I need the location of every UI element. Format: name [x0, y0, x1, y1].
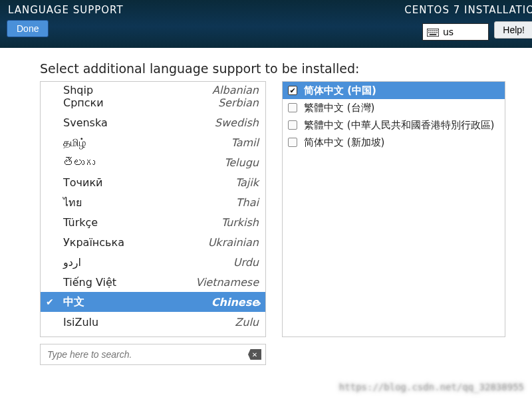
language-native-label: Türkçe	[63, 216, 221, 229]
language-english-label: Swedish	[215, 116, 259, 129]
content-area: Select additional language support to be…	[0, 48, 532, 365]
language-native-label: Tiếng Việt	[63, 276, 196, 289]
language-english-label: Zulu	[235, 316, 259, 329]
language-panel: ShqipAlbanianСрпскиSerbianSvenskaSwedish…	[40, 81, 266, 365]
search-clear-icon[interactable]: ✕	[248, 349, 261, 360]
keyboard-layout-indicator[interactable]: us	[422, 23, 489, 41]
svg-rect-5	[436, 30, 438, 31]
done-button[interactable]: Done	[7, 20, 49, 37]
language-native-label: ไทย	[63, 194, 236, 211]
language-row[interactable]: IsiZuluZulu	[41, 312, 265, 332]
language-english-label: Ukrainian	[208, 236, 259, 249]
language-english-label: Tajik	[235, 176, 259, 189]
locale-row[interactable]: 繁體中文 (台灣)	[283, 99, 505, 116]
locale-checkbox[interactable]	[288, 138, 297, 147]
language-row[interactable]: ShqipAlbanian	[41, 82, 265, 92]
language-english-label: Telugu	[224, 156, 259, 169]
locale-label: 繁體中文 (中華人民共和國香港特別行政區)	[304, 119, 494, 132]
svg-rect-1	[428, 30, 430, 31]
watermark: https://blog.csdn.net/qq_32838955	[339, 382, 524, 392]
help-button[interactable]: Help!	[494, 21, 532, 39]
topbar: LANGUAGE SUPPORT CENTOS 7 INSTALLATIO Do…	[0, 0, 532, 48]
language-row[interactable]: SvenskaSwedish	[41, 112, 265, 132]
language-english-label: Vietnamese	[196, 276, 259, 289]
keyboard-icon	[427, 28, 439, 36]
svg-rect-7	[430, 32, 432, 33]
language-list[interactable]: ShqipAlbanianСрпскиSerbianSvenskaSwedish…	[40, 81, 266, 337]
search-input[interactable]	[47, 349, 248, 360]
language-native-label: Svenska	[63, 116, 215, 129]
language-native-label: தமிழ்	[63, 136, 231, 149]
language-english-label: Urdu	[233, 256, 259, 269]
locale-label: 繁體中文 (台灣)	[304, 102, 374, 114]
page-title: LANGUAGE SUPPORT	[8, 4, 124, 16]
language-row[interactable]: ✔中文Chinese›	[41, 292, 265, 312]
locale-list[interactable]: ✔简体中文 (中国)繁體中文 (台灣)繁體中文 (中華人民共和國香港特別行政區)…	[282, 81, 505, 337]
language-native-label: Точикӣ	[63, 176, 235, 189]
locale-row[interactable]: 繁體中文 (中華人民共和國香港特別行政區)	[283, 116, 505, 134]
language-english-label: Tamil	[231, 136, 259, 149]
search-box[interactable]: ✕	[40, 344, 266, 365]
locale-label: 简体中文 (中国)	[304, 84, 376, 97]
product-title: CENTOS 7 INSTALLATIO	[404, 4, 532, 16]
language-native-label: اردو	[63, 256, 233, 269]
svg-rect-10	[436, 32, 438, 33]
locale-checkbox[interactable]	[288, 120, 297, 130]
language-row[interactable]: УкраїнськаUkrainian	[41, 232, 265, 252]
language-native-label: Українська	[63, 236, 208, 249]
language-row[interactable]: СрпскиSerbian	[41, 92, 265, 112]
locale-checkbox[interactable]	[288, 103, 297, 112]
language-row[interactable]: தமிழ்Tamil	[41, 132, 265, 152]
svg-rect-9	[434, 32, 436, 33]
language-native-label: IsiZulu	[63, 316, 235, 329]
language-row[interactable]: ТочикӣTajik	[41, 172, 265, 192]
locale-checkbox[interactable]: ✔	[288, 86, 297, 95]
keyboard-layout-label: us	[443, 27, 454, 37]
locale-row[interactable]: ✔简体中文 (中国)	[283, 82, 505, 99]
language-english-label: Chinese	[211, 296, 259, 309]
language-english-label: Turkish	[221, 216, 259, 229]
svg-rect-2	[430, 30, 432, 31]
locale-row[interactable]: 简体中文 (新加坡)	[283, 134, 505, 151]
prompt-label: Select additional language support to be…	[40, 61, 505, 76]
svg-rect-3	[432, 30, 434, 31]
svg-rect-11	[430, 34, 437, 35]
language-row[interactable]: తెలుగుTelugu	[41, 152, 265, 172]
language-english-label: Thai	[236, 196, 259, 209]
svg-rect-4	[434, 30, 436, 31]
chevron-right-icon: ›	[257, 297, 261, 309]
language-row[interactable]: ไทยThai	[41, 192, 265, 212]
language-row[interactable]: اردوUrdu	[41, 252, 265, 272]
language-english-label: Serbian	[218, 96, 259, 109]
check-icon: ✔	[46, 297, 55, 306]
svg-rect-8	[432, 32, 434, 33]
language-native-label: 中文	[63, 295, 211, 309]
svg-rect-6	[428, 32, 430, 33]
language-native-label: తెలుగు	[63, 156, 224, 169]
language-row[interactable]: TürkçeTurkish	[41, 212, 265, 232]
language-row[interactable]: Tiếng ViệtVietnamese	[41, 272, 265, 292]
locale-panel: ✔简体中文 (中国)繁體中文 (台灣)繁體中文 (中華人民共和國香港特別行政區)…	[282, 81, 505, 365]
language-native-label: Српски	[63, 96, 218, 109]
locale-label: 简体中文 (新加坡)	[304, 136, 384, 149]
